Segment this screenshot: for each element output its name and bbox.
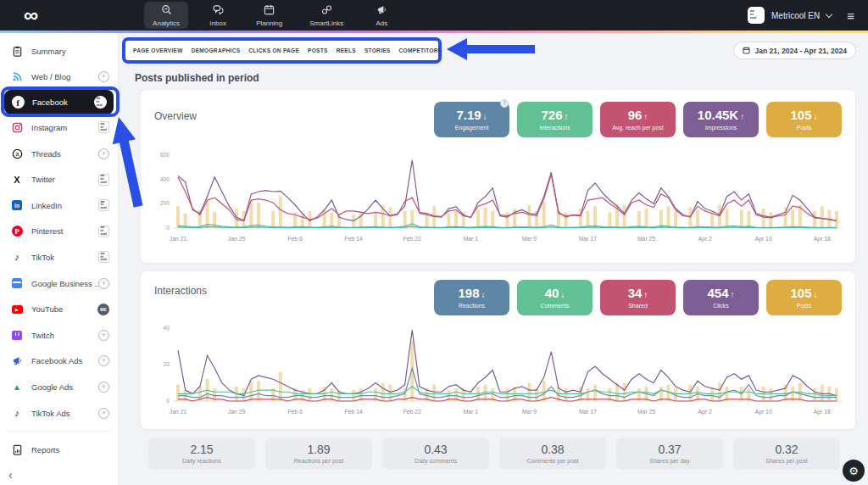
sidebar-item-web-blog[interactable]: Web / Blog+ bbox=[0, 64, 118, 91]
metric-chip-interactions: 726↑Interactions bbox=[517, 102, 593, 137]
chevron-down-icon[interactable] bbox=[826, 10, 832, 17]
stat-value: 0.32 bbox=[775, 443, 798, 456]
settings-fab[interactable]: ⚙ bbox=[843, 460, 865, 482]
account-name[interactable]: Metricool EN bbox=[771, 11, 820, 20]
metric-chip-posts: 105↓Posts bbox=[766, 280, 842, 315]
linkedin-icon: in bbox=[10, 200, 24, 210]
sidebar-item-label: Facebook bbox=[32, 98, 94, 107]
analytics-icon bbox=[161, 3, 172, 19]
x-tick-label: Feb 22 bbox=[403, 236, 421, 242]
ads-icon bbox=[376, 3, 387, 19]
date-range-picker[interactable]: Jan 21, 2024 - Apr 21, 2024 bbox=[733, 42, 856, 59]
menu-icon[interactable]: ≡ bbox=[847, 8, 854, 23]
add-connection-icon[interactable]: + bbox=[98, 355, 109, 366]
sidebar-item-google-ads[interactable]: ▲Google Ads+ bbox=[0, 374, 118, 400]
sidebar-item-tiktok-ads[interactable]: ♪TikTok Ads+ bbox=[0, 400, 118, 426]
tiktok-ads-icon: ♪ bbox=[10, 408, 24, 418]
sidebar-item-label: YouTube bbox=[31, 304, 97, 314]
add-connection-icon[interactable]: + bbox=[98, 148, 109, 159]
sidebar-item-twitch[interactable]: Twitch+ bbox=[0, 322, 118, 348]
tab-posts[interactable]: POSTS bbox=[308, 47, 328, 53]
metric-chip-impressions: 10.45K↑Impressions bbox=[683, 102, 759, 137]
stat-value: 2.15 bbox=[190, 443, 213, 456]
y-tick-label: 40 bbox=[163, 325, 170, 331]
add-connection-icon[interactable]: + bbox=[98, 330, 109, 341]
x-tick-label: Feb 14 bbox=[345, 409, 363, 415]
x-tick-label: Mar 25 bbox=[637, 409, 655, 415]
x-tick-label: Apr 18 bbox=[814, 236, 831, 242]
connected-profile-avatar[interactable]: metricool bbox=[98, 226, 109, 237]
summary-icon bbox=[10, 46, 24, 57]
connected-profile-avatar[interactable]: metricool bbox=[98, 199, 109, 211]
sidebar-item-google-business[interactable]: Google Business ...+ bbox=[0, 270, 118, 297]
sidebar-item-instagram[interactable]: Instagrammetricool bbox=[0, 114, 118, 141]
metricool-logo[interactable]: ∞ bbox=[24, 3, 38, 28]
metric-value: 10.45K↑ bbox=[698, 109, 744, 124]
sidebar-item-summary[interactable]: Summary bbox=[0, 38, 118, 64]
x-tick-label: Mar 17 bbox=[579, 236, 597, 242]
metric-value: 7.19↓ bbox=[456, 109, 487, 124]
interactions-title: Interactions bbox=[154, 285, 207, 297]
metric-chip-reactions: 198↓Reactions bbox=[434, 280, 509, 315]
nav-inbox[interactable]: Inbox bbox=[198, 2, 237, 29]
account-avatar[interactable]: metricool bbox=[748, 7, 765, 24]
stat-value: 0.38 bbox=[541, 443, 564, 456]
sidebar-item-facebook-ads[interactable]: Facebook Ads+ bbox=[0, 348, 118, 375]
add-connection-icon[interactable]: + bbox=[98, 408, 109, 419]
sidebar-item-linkedin[interactable]: inLinkedInmetricool bbox=[0, 192, 118, 219]
add-connection-icon[interactable]: + bbox=[98, 71, 109, 82]
trend-down-icon: ↓ bbox=[481, 290, 486, 299]
stat-label: Shares per day bbox=[649, 458, 689, 464]
topbar-account-area: metricool Metricool EN ≡ bbox=[748, 7, 854, 24]
sidebar-item-pinterest[interactable]: PPinterestmetricool bbox=[0, 219, 118, 245]
tab-demographics[interactable]: DEMOGRAPHICS bbox=[192, 47, 241, 53]
x-tick-label: Mar 9 bbox=[522, 409, 537, 415]
metric-value: 96↑ bbox=[628, 109, 648, 124]
trend-down-icon: ↓ bbox=[814, 290, 818, 299]
x-tick-label: Mar 9 bbox=[522, 236, 537, 242]
nav-smartlinks[interactable]: SmartLinks bbox=[301, 2, 352, 29]
sidebar-item-reports[interactable]: Reports bbox=[0, 437, 118, 463]
sidebar: SummaryWeb / Blog+fFacebookmetricoolInst… bbox=[0, 33, 119, 485]
sidebar-item-threads[interactable]: aThreads+ bbox=[0, 141, 118, 167]
tab-competitors[interactable]: COMPETITORS bbox=[399, 47, 442, 53]
nav-analytics[interactable]: Analytics bbox=[144, 2, 188, 29]
nav-planning[interactable]: Planning bbox=[248, 2, 291, 29]
metric-value: 454↑ bbox=[707, 287, 734, 302]
sidebar-item-label: TikTok Ads bbox=[31, 409, 98, 418]
chart-canvas bbox=[173, 149, 842, 231]
metric-label: Avg. reach per post bbox=[612, 125, 664, 131]
sidebar-item-label: Web / Blog bbox=[31, 72, 98, 81]
add-connection-icon[interactable]: + bbox=[98, 382, 109, 393]
metric-chip-posts: 105↓Posts bbox=[766, 102, 842, 137]
sidebar-item-tiktok[interactable]: ♪TikTokmetricool bbox=[0, 244, 118, 270]
tab-clicks-on-page[interactable]: CLICKS ON PAGE bbox=[248, 47, 299, 53]
sidebar-item-label: Facebook Ads bbox=[31, 356, 98, 365]
sidebar-item-label: Instagram bbox=[31, 123, 98, 132]
sidebar-item-twitter[interactable]: XTwittermetricool bbox=[0, 166, 118, 192]
sidebar-collapse-button[interactable]: ‹ bbox=[8, 468, 13, 482]
connected-profile-avatar[interactable]: metricool bbox=[98, 121, 109, 133]
tab-page-overview[interactable]: PAGE OVERVIEW bbox=[133, 47, 183, 53]
add-connection-icon[interactable]: + bbox=[98, 278, 109, 289]
connected-profile-avatar[interactable]: metricool bbox=[98, 251, 109, 263]
nav-label: SmartLinks bbox=[309, 20, 343, 27]
connected-profile-avatar[interactable]: metricool bbox=[94, 96, 107, 109]
nav-ads[interactable]: Ads bbox=[362, 2, 401, 29]
x-tick-label: Apr 10 bbox=[755, 409, 772, 415]
sidebar-item-label: Threads bbox=[31, 149, 98, 159]
sidebar-item-youtube[interactable]: ▶YouTubeME bbox=[0, 296, 118, 322]
y-tick-label: 20 bbox=[163, 361, 170, 367]
series-purple bbox=[178, 330, 837, 395]
help-icon[interactable]: ? bbox=[500, 99, 509, 108]
metric-value: 105↓ bbox=[790, 109, 817, 124]
tab-reels[interactable]: REELS bbox=[337, 47, 356, 53]
connected-profile-avatar[interactable]: metricool bbox=[98, 174, 109, 186]
y-tick-label: 0 bbox=[166, 225, 170, 231]
x-tick-label: Apr 18 bbox=[814, 409, 831, 415]
interactions-y-axis: 40200 bbox=[151, 322, 173, 404]
sidebar-item-facebook[interactable]: fFacebookmetricool bbox=[4, 90, 114, 114]
connected-profile-avatar[interactable]: ME bbox=[97, 304, 109, 315]
nav-label: Planning bbox=[256, 20, 282, 27]
tab-stories[interactable]: STORIES bbox=[364, 47, 391, 53]
